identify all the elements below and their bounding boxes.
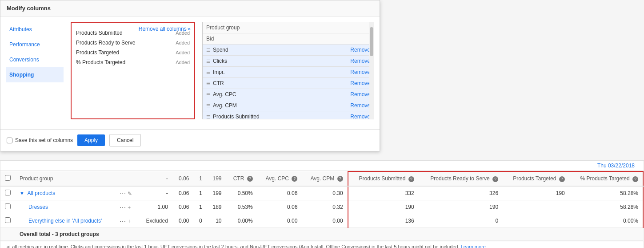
row3-checkbox[interactable]: [5, 217, 11, 223]
remove-avg-cpc-button[interactable]: Remove: [350, 91, 370, 98]
table-row: Everything else in 'All products' ··· + …: [0, 214, 643, 228]
scrollbar-thumb[interactable]: [370, 27, 373, 56]
selected-col-spend: ☰ Spend Remove: [203, 45, 374, 56]
col-name-bid: Bid: [206, 36, 370, 42]
row2-val2: 1: [193, 200, 206, 214]
selected-col-clicks: ☰ Clicks Remove: [203, 56, 374, 67]
row3-val2: 0: [193, 214, 206, 228]
row2-checkbox[interactable]: [5, 203, 11, 209]
row3-val1: 0.00: [172, 214, 194, 228]
products-targeted-info-icon[interactable]: ?: [559, 176, 565, 182]
nav-item-conversions[interactable]: Conversions: [6, 52, 64, 67]
col-name-avg-cpc: Avg. CPC: [213, 91, 350, 98]
th-pct-targeted: % Products Targeted ?: [569, 171, 643, 186]
cancel-button[interactable]: Cancel: [109, 134, 141, 146]
ctr-info-icon[interactable]: ?: [247, 176, 253, 182]
row1-products-targeted: 190: [503, 186, 569, 200]
scrollbar-track[interactable]: [369, 22, 374, 119]
available-item-status-2: Added: [176, 50, 190, 55]
row1-product-name[interactable]: All products: [28, 190, 56, 196]
expand-icon[interactable]: ▼: [20, 191, 24, 196]
remove-all-label: Remove all columns: [139, 26, 187, 32]
products-submitted-info-icon[interactable]: ?: [408, 176, 414, 182]
selected-col-avg-cpm: ☰ Avg. CPM Remove: [203, 100, 374, 111]
row1-products-submitted: 332: [348, 186, 419, 200]
row1-dots-button[interactable]: ···: [120, 190, 126, 197]
drag-icon-impr[interactable]: ☰: [206, 70, 210, 75]
row2-products-targeted: [503, 200, 569, 214]
avg-cpc-info-icon[interactable]: ?: [292, 176, 297, 182]
th-ctr-label: CTR: [233, 175, 244, 182]
row1-ctr: 0.50%: [226, 186, 257, 200]
learn-more-link[interactable]: Learn more: [461, 244, 486, 248]
row3-bid: Excluded: [139, 214, 172, 228]
selected-col-products-submitted: ☰ Products Submitted Remove: [203, 111, 374, 119]
save-columns-label[interactable]: Save this set of columns: [7, 137, 73, 143]
row3-dots-button[interactable]: ···: [120, 217, 126, 224]
row1-checkbox-cell: [0, 186, 15, 200]
drag-icon-avg-cpc[interactable]: ☰: [206, 92, 210, 97]
row2-bid: 1.00: [139, 200, 172, 214]
row3-avg-cpc: 0.00: [257, 214, 302, 228]
row3-checkbox-cell: [0, 214, 15, 228]
col-name-avg-cpm: Avg. CPM: [213, 102, 350, 109]
avg-cpm-info-icon[interactable]: ?: [337, 176, 343, 182]
drag-icon-avg-cpm[interactable]: ☰: [206, 103, 210, 108]
remove-impr-button[interactable]: Remove: [350, 69, 370, 75]
row2-checkbox-cell: [0, 200, 15, 214]
row1-avg-cpm: 0.30: [302, 186, 348, 200]
th-avg-cpm: Avg. CPM ?: [302, 171, 348, 186]
th-product-group-label: Product group: [20, 175, 53, 182]
row1-val1: 0.06: [172, 186, 194, 200]
modal-footer: Save this set of columns Apply Cancel: [0, 129, 380, 151]
remove-all-columns-button[interactable]: Remove all columns »: [139, 25, 191, 32]
row2-product-name[interactable]: Dresses: [28, 204, 48, 210]
pct-targeted-info-icon[interactable]: ?: [632, 176, 638, 182]
selected-col-bid: Bid: [203, 33, 374, 45]
row1-bid: -: [139, 186, 172, 200]
row1-edit-icon[interactable]: ✎: [128, 191, 132, 197]
data-table: Product group - 0.06 1 199 CTR ? Avg. CP…: [0, 171, 644, 241]
selected-columns-panel: Product group Bid ☰ Spend Remove ☰ Click…: [202, 22, 374, 119]
totals-label: Overall total - 3 product groups: [15, 228, 643, 241]
totals-row: Overall total - 3 product groups: [0, 228, 643, 241]
selected-col-product-group: Product group: [203, 22, 374, 33]
drag-icon-spend[interactable]: ☰: [206, 48, 210, 53]
drag-icon-ctr[interactable]: ☰: [206, 81, 210, 86]
th-avg-cpc: Avg. CPC ?: [257, 171, 302, 186]
row2-products-ready: 190: [419, 200, 503, 214]
nav-item-attributes[interactable]: Attributes: [6, 22, 64, 37]
remove-clicks-button[interactable]: Remove: [350, 58, 370, 64]
nav-item-performance[interactable]: Performance: [6, 37, 64, 52]
left-nav-panel: Attributes Performance Conversions Shopp…: [6, 22, 64, 119]
date-label: Thu 03/22/2018: [597, 163, 635, 169]
th-products-targeted-label: Products Targeted: [513, 175, 556, 182]
select-all-checkbox[interactable]: [5, 175, 11, 181]
available-item-name-1: Products Ready to Serve: [76, 40, 135, 46]
remove-spend-button[interactable]: Remove: [350, 47, 370, 53]
available-item-3: % Products Targeted Added: [75, 57, 191, 67]
th-products-ready: Products Ready to Serve ?: [419, 171, 503, 186]
row2-plus-icon[interactable]: +: [128, 204, 131, 211]
nav-item-shopping[interactable]: Shopping: [6, 67, 64, 82]
row1-checkbox[interactable]: [5, 190, 11, 195]
drag-icon-clicks[interactable]: ☰: [206, 59, 210, 64]
nav-link-conversions[interactable]: Conversions: [6, 55, 64, 65]
date-row: Thu 03/22/2018: [0, 161, 644, 171]
row2-dots-button[interactable]: ···: [120, 203, 126, 211]
row3-product-name[interactable]: Everything else in 'All products': [28, 218, 102, 224]
nav-link-shopping[interactable]: Shopping: [6, 70, 64, 80]
remove-ctr-button[interactable]: Remove: [350, 80, 370, 86]
remove-avg-cpm-button[interactable]: Remove: [350, 102, 370, 109]
apply-button[interactable]: Apply: [77, 134, 105, 146]
row3-product-group: Everything else in 'All products': [15, 214, 115, 228]
row3-plus-icon[interactable]: +: [128, 218, 131, 224]
save-columns-checkbox[interactable]: [7, 138, 12, 143]
remove-products-submitted-button[interactable]: Remove: [350, 114, 370, 119]
nav-link-performance[interactable]: Performance: [6, 40, 64, 49]
row3-avg-cpm: 0.00: [302, 214, 348, 228]
products-ready-info-icon[interactable]: ?: [492, 176, 498, 182]
drag-icon-products-submitted[interactable]: ☰: [206, 114, 210, 119]
col-name-impr: Impr.: [213, 69, 350, 75]
nav-link-attributes[interactable]: Attributes: [6, 24, 64, 34]
